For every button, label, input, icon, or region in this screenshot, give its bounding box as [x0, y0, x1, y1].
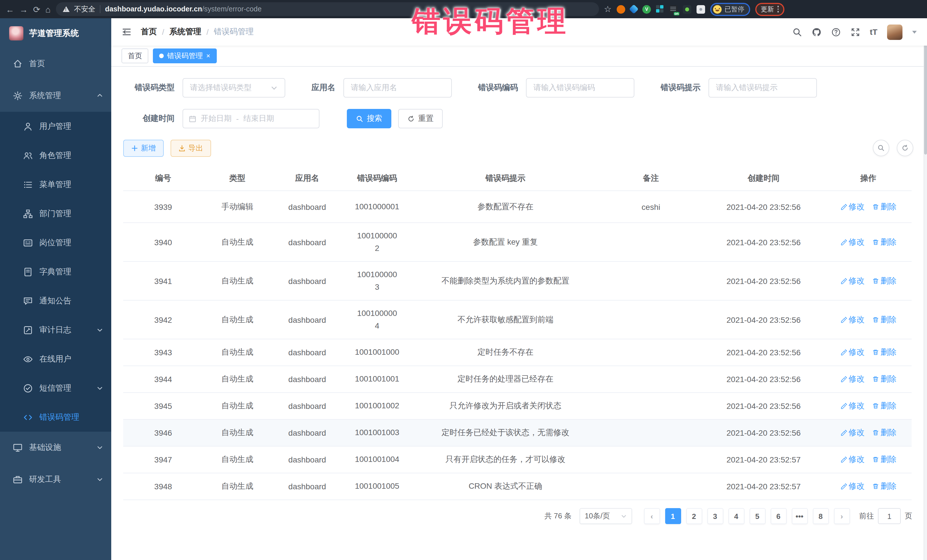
page-button-3[interactable]: 3 — [707, 508, 723, 524]
sidebar-item-notice[interactable]: 通知公告 — [0, 286, 111, 316]
filter-form: 错误码类型 请选择错误码类型 应用名 请输入应用名 错误码编码 请输入错误码编码 — [123, 78, 915, 128]
next-page-button[interactable]: › — [834, 508, 850, 524]
extension-icon-grid[interactable] — [656, 5, 664, 13]
sidebar-item-error-code[interactable]: 错误码管理 — [0, 403, 111, 432]
sidebar-item-menu[interactable]: 菜单管理 — [0, 170, 111, 199]
home-icon[interactable]: ⌂ — [46, 5, 50, 14]
delete-link[interactable]: 删除 — [872, 202, 897, 212]
delete-link[interactable]: 删除 — [872, 276, 897, 286]
page-button-8[interactable]: 8 — [813, 508, 828, 524]
sidebar-item-dict[interactable]: 字典管理 — [0, 257, 111, 286]
delete-link[interactable]: 删除 — [872, 454, 897, 465]
sidebar-item-user[interactable]: 用户管理 — [0, 112, 111, 141]
row-ops: 修改删除 — [825, 202, 912, 212]
breadcrumb-home[interactable]: 首页 — [141, 27, 157, 37]
date-range-picker[interactable]: 开始日期 - 结束日期 — [182, 109, 319, 128]
back-icon[interactable]: ← — [6, 5, 14, 14]
page-ellipsis-button[interactable]: ••• — [792, 508, 807, 524]
help-icon[interactable] — [831, 27, 841, 37]
edit-link[interactable]: 修改 — [840, 276, 865, 286]
close-tag-icon[interactable]: × — [206, 52, 210, 59]
prev-page-button[interactable]: ‹ — [644, 508, 660, 524]
sidebar-item-online-user[interactable]: 在线用户 — [0, 344, 111, 373]
page-button-2[interactable]: 2 — [686, 508, 702, 524]
sidebar-item-system[interactable]: 系统管理 — [0, 80, 111, 112]
edit-link[interactable]: 修改 — [840, 401, 865, 411]
extension-icon-key[interactable] — [683, 5, 691, 14]
goto-page-input[interactable]: 1 — [878, 508, 901, 524]
user-avatar[interactable] — [887, 24, 903, 39]
tag-home[interactable]: 首页 — [122, 49, 148, 63]
column-header: 创建时间 — [702, 173, 825, 183]
delete-link[interactable]: 删除 — [872, 428, 897, 438]
delete-link[interactable]: 删除 — [872, 314, 897, 325]
font-size-icon[interactable]: tT — [870, 27, 877, 36]
edit-link[interactable]: 修改 — [840, 202, 865, 212]
delete-link[interactable]: 删除 — [872, 374, 897, 384]
edit-link[interactable]: 修改 — [840, 314, 865, 325]
forward-icon[interactable]: → — [20, 5, 28, 14]
browser-update-button[interactable]: 更新 — [755, 3, 784, 16]
refresh-button[interactable] — [897, 140, 913, 156]
error-type-select[interactable]: 请选择错误码类型 — [182, 78, 285, 97]
row-type: 自动生成 — [203, 374, 272, 384]
bookmark-star-icon[interactable]: ☆ — [604, 4, 611, 14]
end-date-input[interactable]: 结束日期 — [243, 114, 274, 124]
sidebar-item-audit-log[interactable]: 审计日志 — [0, 316, 111, 344]
browser-profile-chip[interactable]: 已暂停 — [710, 3, 750, 16]
page-size-select[interactable]: 10条/页 — [580, 508, 632, 524]
fullscreen-icon[interactable] — [851, 27, 860, 37]
avatar-caret-icon[interactable] — [912, 30, 917, 33]
edit-link[interactable]: 修改 — [840, 347, 865, 358]
collapse-menu-icon[interactable] — [122, 27, 132, 37]
page-button-1[interactable]: 1 — [665, 508, 681, 524]
error-msg-input[interactable]: 请输入错误码提示 — [708, 78, 817, 97]
delete-link[interactable]: 删除 — [872, 237, 897, 247]
sidebar-item-sms[interactable]: 短信管理 — [0, 373, 111, 403]
edit-link[interactable]: 修改 — [840, 428, 865, 438]
export-button[interactable]: 导出 — [170, 140, 211, 157]
extension-icon-gem[interactable] — [629, 4, 639, 14]
add-button[interactable]: 新增 — [123, 140, 164, 157]
github-icon[interactable] — [812, 27, 821, 37]
page-button-4[interactable]: 4 — [728, 508, 744, 524]
sidebar-item-dev-tools[interactable]: 研发工具 — [0, 464, 111, 496]
delete-link[interactable]: 删除 — [872, 401, 897, 411]
delete-link[interactable]: 删除 — [872, 481, 897, 492]
page-scrollbar[interactable] — [924, 18, 927, 560]
toggle-search-button[interactable] — [873, 140, 889, 156]
extension-icon-orange[interactable] — [617, 5, 625, 14]
row-id: 3941 — [123, 276, 203, 285]
reload-icon[interactable]: ⟳ — [33, 5, 40, 14]
row-msg: 定时任务已经处于该状态，无需修改 — [411, 428, 600, 438]
sidebar-item-home[interactable]: 首页 — [0, 48, 111, 80]
start-date-input[interactable]: 开始日期 — [201, 114, 232, 124]
edit-link[interactable]: 修改 — [840, 481, 865, 492]
sidebar-item-post[interactable]: 岗位管理 — [0, 228, 111, 257]
app-name-input[interactable]: 请输入应用名 — [343, 78, 452, 97]
edit-link[interactable]: 修改 — [840, 454, 865, 465]
page-button-6[interactable]: 6 — [770, 508, 786, 524]
row-app: dashboard — [272, 238, 343, 247]
extension-icon-on-switch[interactable]: on — [669, 5, 678, 14]
browser-menu-icon[interactable] — [777, 6, 779, 12]
table-tools — [873, 140, 913, 156]
breadcrumb-system[interactable]: 系统管理 — [169, 27, 201, 37]
extension-icon-green-v[interactable]: V — [642, 5, 651, 14]
extensions-puzzle-icon[interactable] — [696, 5, 705, 14]
search-button[interactable]: 搜索 — [347, 109, 391, 128]
edit-link[interactable]: 修改 — [840, 237, 865, 247]
error-code-input[interactable]: 请输入错误码编码 — [526, 78, 634, 97]
reset-button[interactable]: 重置 — [398, 109, 443, 128]
edit-link[interactable]: 修改 — [840, 374, 865, 384]
tag-error-code[interactable]: 错误码管理 × — [153, 49, 216, 63]
sidebar-logo[interactable]: 芋道管理系统 — [0, 18, 111, 48]
sidebar-item-infra[interactable]: 基础设施 — [0, 432, 111, 464]
sidebar-item-dept[interactable]: 部门管理 — [0, 199, 111, 228]
app-root: ← → ⟳ ⌂ ! 不安全 dashboard.yudao.iocoder.cn… — [0, 0, 927, 560]
profile-emoji-icon — [713, 5, 722, 14]
search-icon[interactable] — [792, 27, 802, 37]
sidebar-item-role[interactable]: 角色管理 — [0, 141, 111, 170]
page-button-5[interactable]: 5 — [749, 508, 765, 524]
delete-link[interactable]: 删除 — [872, 347, 897, 358]
